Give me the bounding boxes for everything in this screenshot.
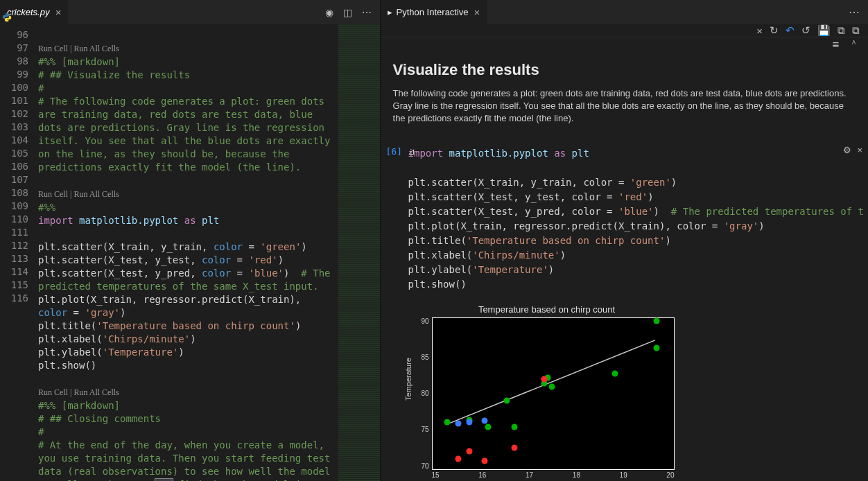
line-gutter: 9697989910010110210310410510610710810911… (0, 24, 38, 481)
code-content[interactable]: Run Cell | Run All Cells #%% [markdown] … (38, 24, 380, 481)
copy-icon[interactable]: ⧉ (837, 24, 845, 37)
editor-pane: crickets.py × ◉ ◫ ⋯ 96979899100101102103… (0, 0, 381, 481)
chart-output: Temperature based on chirp count 9085807… (408, 304, 686, 481)
tab-close-icon[interactable]: × (474, 6, 480, 18)
chart-yticks: 9085807570 (418, 317, 429, 470)
run-icon[interactable]: ◉ (325, 7, 333, 18)
codelens-run-cell[interactable]: Run Cell (38, 44, 68, 53)
interactive-tab-label: Python Interactive (397, 7, 469, 17)
codelens-run-cell[interactable]: Run Cell (38, 189, 68, 199)
codelens-run-cell[interactable]: Run Cell (38, 387, 68, 397)
save-icon[interactable]: 💾 (817, 24, 831, 37)
chart-xticks: 151617181920 (432, 471, 675, 479)
tab-close-icon[interactable]: × (55, 6, 61, 18)
codelens-run-all[interactable]: Run All Cells (73, 44, 119, 53)
chart-title: Temperature based on chirp count (408, 304, 686, 315)
cell-settings-icon[interactable]: ⚙ (843, 145, 851, 155)
split-editor-icon[interactable]: ◫ (343, 7, 352, 18)
restart-icon[interactable]: ↺ (801, 24, 810, 37)
cell-close-icon[interactable]: × (857, 145, 862, 155)
settings-icon[interactable]: ≣ (832, 39, 840, 49)
chart-ylabel: Temperature (404, 358, 413, 401)
markdown-body: The following code generates a plot: gre… (393, 87, 856, 125)
undo-icon[interactable]: ↶ (785, 24, 795, 37)
editor-tab-crickets[interactable]: crickets.py × (0, 0, 68, 24)
redo-icon[interactable]: ↻ (770, 24, 779, 37)
tab-filename: crickets.py (7, 7, 49, 17)
close-icon[interactable]: × (756, 25, 763, 37)
chevron-right-icon: ▸ (388, 7, 392, 17)
editor-tabbar: crickets.py × ◉ ◫ ⋯ (0, 0, 380, 24)
more-icon[interactable]: ⋯ (362, 7, 372, 18)
chart-frame (432, 317, 675, 470)
python-file-icon (2, 12, 12, 22)
more-icon[interactable]: ⋯ (849, 6, 868, 19)
cell-exec-label: [6] ⊿ (386, 146, 415, 157)
editor-area[interactable]: 9697989910010110210310410510610710810911… (0, 24, 380, 481)
chevron-up-icon[interactable]: ＾ (849, 37, 858, 50)
interactive-tabbar: ▸ Python Interactive × ⋯ (381, 0, 868, 24)
copy-all-icon[interactable]: ⧉ (852, 24, 860, 37)
editor-tab-actions: ◉ ◫ ⋯ (325, 7, 380, 18)
codelens-run-all[interactable]: Run All Cells (73, 189, 119, 199)
code-cell: ⚙ × [6] ⊿ import matplotlib.pyplot as pl… (385, 146, 864, 481)
interactive-toolbar: × ↻ ↶ ↺ 💾 ⧉ ⧉ (381, 24, 868, 37)
cell-code-content: import matplotlib.pyplot as plt plt.scat… (385, 146, 864, 292)
markdown-heading: Visualize the results (393, 61, 856, 79)
minimap[interactable] (338, 24, 380, 481)
interactive-pane: ▸ Python Interactive × ⋯ × ↻ ↶ ↺ 💾 ⧉ ⧉ ≣… (381, 0, 868, 481)
codelens-run-all[interactable]: Run All Cells (73, 387, 119, 397)
markdown-cell: Visualize the results The following code… (381, 50, 868, 132)
interactive-tab[interactable]: ▸ Python Interactive × (381, 0, 487, 24)
svg-line-0 (447, 340, 654, 423)
